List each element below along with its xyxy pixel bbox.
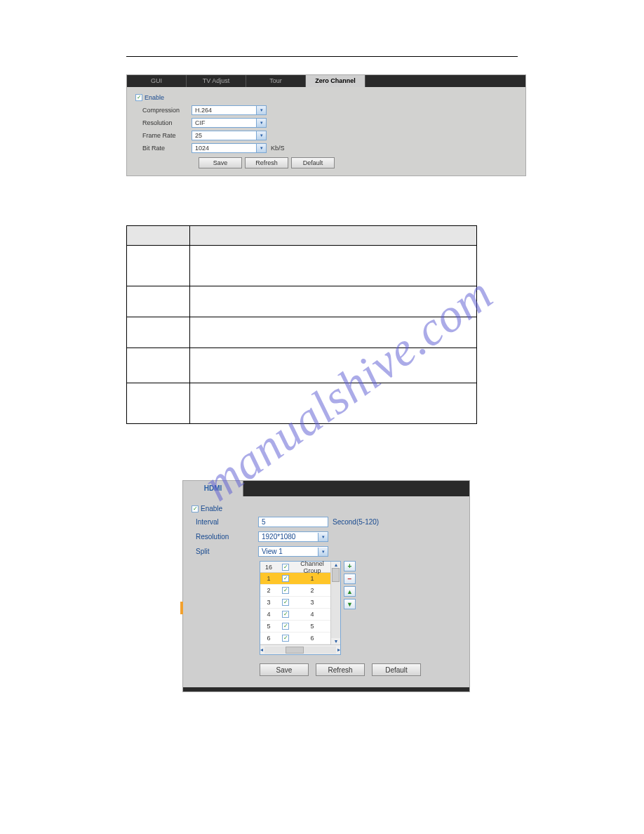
tab-tv-adjust[interactable]: TV Adjust [187,75,246,87]
table-row[interactable]: 5✓5 [260,621,330,633]
panel1-tabstrip: GUI TV Adjust Tour Zero Channel [127,75,525,87]
table-cell [127,317,190,348]
hdmi-enable-checkbox[interactable]: ✓ [192,505,199,512]
save-button[interactable]: Save [199,157,242,168]
remove-button[interactable]: − [344,574,356,584]
row-index: 4 [260,611,277,618]
horizontal-scrollbar[interactable]: ◂ ▸ [260,644,340,654]
scroll-up-icon[interactable]: ▴ [335,562,337,568]
hdmi-refresh-button[interactable]: Refresh [316,663,365,676]
table-cell [189,246,476,286]
chevron-down-icon: ▾ [256,106,266,114]
grid-header-label: Channel Group [294,560,330,574]
hdmi-resolution-select[interactable]: 1920*1080 ▾ [258,531,328,542]
row-checkbox[interactable]: ✓ [282,635,289,642]
enable-checkbox[interactable]: ✓ [135,94,142,101]
interval-suffix: Second(5-120) [333,518,379,526]
table-cell [189,317,476,348]
bitrate-value: 1024 [195,145,209,152]
table-header-1 [127,226,190,246]
scroll-left-icon[interactable]: ◂ [260,647,263,653]
hdmi-save-button[interactable]: Save [260,663,309,676]
interval-value: 5 [262,518,266,526]
panel2-footer-bar [183,687,469,691]
refresh-button[interactable]: Refresh [245,157,288,168]
split-select[interactable]: View 1 ▾ [258,546,328,557]
scroll-thumb[interactable] [332,568,340,582]
default-button[interactable]: Default [291,157,335,168]
table-cell [189,348,476,383]
table-cell [189,286,476,317]
table-cell [127,348,190,383]
interval-label: Interval [192,518,258,526]
row-group: 2 [294,587,330,594]
row-group: 5 [294,623,330,630]
bitrate-unit: Kb/S [271,145,285,152]
tab-hdmi[interactable]: HDMI [183,481,243,496]
scroll-thumb[interactable] [286,647,304,654]
table-row[interactable]: 2✓2 [260,585,330,597]
framerate-select[interactable]: 25 ▾ [192,131,267,140]
row-group: 1 [294,575,330,582]
row-index: 3 [260,599,277,606]
add-button[interactable]: + [344,561,356,571]
row-group: 3 [294,599,330,606]
table-row[interactable]: 3✓3 [260,597,330,609]
description-table [126,225,477,424]
panel2-tabstrip: HDMI [183,481,469,496]
tab-tour[interactable]: Tour [246,75,306,87]
framerate-value: 25 [195,132,202,139]
table-header-2 [189,226,476,246]
row-checkbox[interactable]: ✓ [282,575,289,582]
row-checkbox[interactable]: ✓ [282,587,289,594]
enable-label: Enable [145,94,164,101]
grid-header-row: 16 ✓ Channel Group [260,562,330,573]
row-checkbox[interactable]: ✓ [282,599,289,606]
table-cell [127,383,190,424]
side-marker [180,602,183,614]
vertical-scrollbar[interactable]: ▴ ▾ [330,562,340,644]
tab-gui[interactable]: GUI [127,75,187,87]
chevron-down-icon: ▾ [256,131,266,140]
compression-value: H.264 [195,107,212,114]
scroll-down-icon[interactable]: ▾ [335,638,337,644]
table-row[interactable]: 4✓4 [260,609,330,621]
resolution-value: CIF [195,119,206,126]
grid-header-checkbox[interactable]: ✓ [282,564,289,571]
framerate-label: Frame Rate [135,132,192,139]
chevron-down-icon: ▾ [318,533,328,541]
hdmi-default-button[interactable]: Default [372,663,421,676]
row-group: 4 [294,611,330,618]
split-label: Split [192,548,258,555]
row-index: 5 [260,623,277,630]
scroll-right-icon[interactable]: ▸ [337,647,340,653]
split-value: View 1 [262,548,283,555]
row-index: 6 [260,635,277,642]
bitrate-label: Bit Rate [135,145,192,152]
table-row[interactable]: 6✓6 [260,633,330,644]
table-row[interactable]: 1✓1 [260,573,330,585]
row-checkbox[interactable]: ✓ [282,611,289,618]
tab-zero-channel[interactable]: Zero Channel [306,75,365,87]
channel-group-grid: 16 ✓ Channel Group 1✓12✓23✓34✓45✓56✓6 ▴ … [260,561,341,655]
move-down-button[interactable]: ▼ [344,599,356,609]
compression-select[interactable]: H.264 ▾ [192,105,267,115]
zero-channel-panel: GUI TV Adjust Tour Zero Channel ✓ Enable… [126,74,526,176]
chevron-down-icon: ▾ [256,144,266,152]
table-cell [189,383,476,424]
row-group: 6 [294,635,330,642]
move-up-button[interactable]: ▲ [344,586,356,597]
hdmi-panel: HDMI ✓ Enable Interval 5 Second(5-120) R… [182,480,470,692]
resolution-label: Resolution [135,119,192,126]
grid-side-buttons: + − ▲ ▼ [344,561,356,655]
hdmi-resolution-value: 1920*1080 [262,533,295,541]
table-cell [127,246,190,286]
row-index: 1 [260,575,277,582]
interval-input[interactable]: 5 [258,517,328,527]
bitrate-select[interactable]: 1024 ▾ [192,143,267,153]
resolution-select[interactable]: CIF ▾ [192,118,267,128]
compression-label: Compression [135,107,192,114]
row-index: 2 [260,587,277,594]
row-checkbox[interactable]: ✓ [282,623,289,630]
chevron-down-icon: ▾ [256,119,266,127]
